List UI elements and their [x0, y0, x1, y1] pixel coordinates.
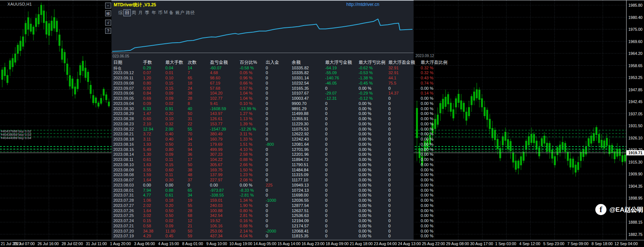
table-cell: 0	[325, 142, 327, 146]
watermark: f @EA赵公明	[595, 204, 643, 215]
table-cell: 3.55	[143, 168, 151, 172]
table-cell: 0.92	[143, 86, 151, 90]
table-header: 盈亏金额	[210, 59, 228, 66]
minimize-button[interactable]: −	[105, 3, 111, 9]
table-cell: 0.80	[143, 81, 151, 85]
table-cell: 0.00 %	[359, 137, 371, 141]
table-cell: 0	[388, 86, 391, 90]
table-cell: 0.57 %	[240, 86, 252, 90]
table-cell: 0	[266, 116, 268, 121]
table-cell: 0.58	[143, 224, 151, 228]
table-cell: 0.32	[165, 122, 173, 126]
table-cell: 37	[188, 178, 192, 182]
table-cell: 44.1	[388, 76, 396, 80]
table-cell: 3.02	[143, 213, 151, 218]
table-cell: 1.59	[143, 172, 151, 177]
table-cell: 1.50 %	[240, 168, 252, 172]
table-cell: 0	[266, 96, 268, 101]
table-cell: 0.88 %	[240, 157, 252, 162]
table-cell: -13.99 %	[240, 106, 256, 111]
table-cell: 0.00 %	[421, 152, 433, 157]
time-tick-label: 14 Aug 05:00	[253, 241, 276, 246]
table-cell: 0	[266, 86, 268, 90]
table-cell: 2023.08.22	[113, 127, 134, 131]
table-cell: 0	[325, 152, 327, 157]
table-cell: 0.00 %	[421, 234, 433, 238]
table-cell: 0	[325, 162, 327, 167]
table-cell: 12877.54	[292, 203, 309, 208]
table-cell: -60.07	[210, 66, 221, 70]
time-tick-label: 25 Jul 07:00	[13, 241, 35, 246]
table-cell: 0	[325, 188, 327, 192]
table-cell: 0	[388, 234, 391, 238]
help-button[interactable]: ?	[105, 28, 111, 34]
time-axis[interactable]: 21 Jul 202325 Jul 07:0026 Jul 16:0028 Ju…	[0, 240, 644, 247]
time-tick-label: 16 Aug 23:00	[301, 241, 324, 246]
table-cell: 0.00 %	[421, 224, 433, 228]
table-cell: 2023.09.11	[113, 76, 133, 80]
table-cell: 0.10	[165, 76, 173, 80]
table-cell: 0.00 %	[421, 137, 433, 141]
table-cell: 104.22	[210, 157, 223, 162]
table-cell: 0	[266, 70, 268, 75]
table-cell: 65	[188, 188, 192, 192]
table-cell: 0	[325, 86, 327, 90]
table-cell: 10003.47	[292, 96, 309, 101]
table-cell: 0.11	[165, 172, 173, 177]
table-cell: 9891.29	[292, 106, 307, 111]
table-cell: 2023.08.15	[113, 147, 134, 152]
price-tick-label: 1898.95	[628, 196, 643, 200]
table-cell: 0	[325, 147, 327, 152]
price-tick-label: 1920.70	[628, 148, 643, 152]
table-cell: 10335.82	[292, 70, 309, 75]
table-cell: 32.91	[388, 70, 399, 75]
table-cell: 126.61	[210, 116, 223, 121]
table-cell: 0	[266, 111, 268, 116]
table-cell: -8.33 %	[240, 188, 254, 192]
mt4-chart-window: XAUUSD,H1 #40437688 buy 0.02#40439059 bu…	[0, 0, 644, 247]
table-cell: 2023.08.23	[113, 122, 134, 126]
table-cell: 12081.64	[292, 142, 309, 146]
table-cell: 143.97	[210, 111, 223, 116]
table-cell: 0.14 %	[421, 91, 433, 95]
table-cell: 0.00 %	[421, 213, 433, 218]
table-cell: 179.69	[210, 142, 223, 146]
table-cell: 14.37	[388, 91, 399, 95]
table-cell: 0	[266, 137, 268, 141]
table-cell: 0	[388, 106, 391, 111]
table-cell: 0	[325, 132, 327, 136]
table-cell: 5.49	[143, 147, 151, 152]
table-cell: -0.62 %	[359, 66, 373, 70]
table-cell: 50	[188, 111, 192, 116]
table-cell: 0	[325, 218, 327, 223]
table-cell: 0.00 %	[359, 127, 371, 131]
table-header: 最大浮亏比例	[359, 59, 385, 66]
table-cell: -2.81 %	[240, 193, 254, 197]
move-button[interactable]: 移	[105, 10, 111, 16]
table-cell: 0.00 %	[359, 183, 371, 187]
table-cell: 0.60	[165, 168, 173, 172]
table-cell: 12036.55	[292, 198, 309, 202]
table-cell: 0	[325, 127, 327, 131]
table-cell: 159.01	[210, 198, 223, 202]
table-cell: 0.00 %	[421, 86, 433, 90]
table-cell: 0.00 %	[359, 152, 371, 157]
table-cell: 2023.08.09	[113, 168, 134, 172]
table-cell: 0	[325, 116, 327, 121]
table-header: 最大手数	[165, 59, 183, 66]
table-cell: -0.53 %	[359, 70, 373, 75]
table-cell: 0.00 %	[359, 142, 371, 146]
table-cell: 10232.54	[292, 81, 309, 85]
table-cell: 57.68	[210, 86, 220, 90]
table-header: 最大浮亏金额	[325, 59, 352, 66]
check-button[interactable]: √	[105, 20, 111, 26]
table-cell: 0.00 %	[421, 229, 433, 233]
table-cell: 22	[188, 122, 192, 126]
table-cell: 160.79	[210, 137, 223, 141]
table-cell: 0.11	[165, 157, 173, 162]
table-header: 手数	[143, 59, 152, 66]
price-tick-label: 1985.80	[628, 3, 643, 7]
table-cell: 2023.08.30	[113, 106, 134, 111]
table-cell: 307.23	[210, 152, 223, 157]
table-cell: 2023.08.14	[113, 152, 134, 157]
